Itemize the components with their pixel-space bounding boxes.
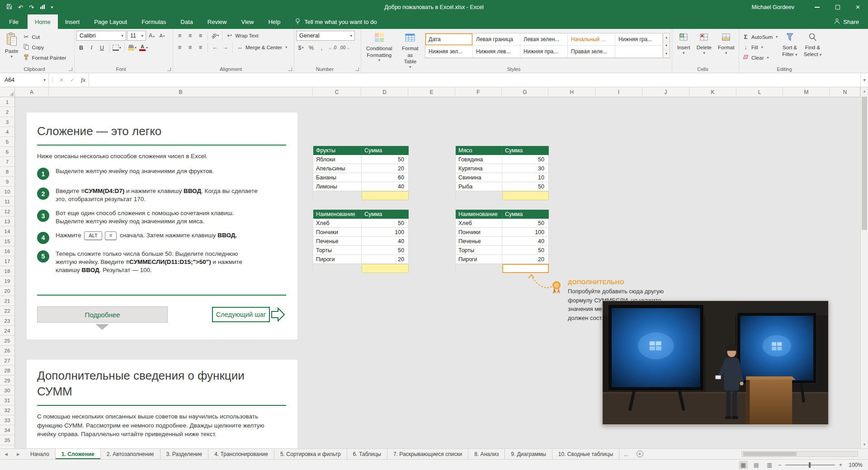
row-header-28[interactable]: 28 — [0, 366, 15, 376]
row-header-31[interactable]: 31 — [0, 395, 15, 405]
cell[interactable]: 40 — [362, 237, 409, 246]
undo-icon[interactable]: ↶ — [18, 5, 23, 10]
sum-answer-cell[interactable] — [362, 191, 409, 200]
cell[interactable]: 10 — [502, 173, 549, 182]
delete-cells-button[interactable]: Delete ▾ — [693, 31, 715, 56]
page-layout-view-button[interactable]: ▤ — [752, 461, 761, 469]
row-header-11[interactable]: 11 — [0, 197, 15, 207]
paste-button[interactable]: Paste ▾ — [2, 31, 21, 60]
horizontal-scrollbar-thumb[interactable] — [743, 452, 797, 456]
align-top-button[interactable]: ≡ — [175, 31, 184, 40]
cell[interactable]: Печенье — [456, 237, 502, 246]
borders-button[interactable]: ▾ — [112, 43, 122, 52]
expand-formula-bar-button[interactable]: ▾ — [860, 73, 868, 87]
italic-button[interactable]: I — [87, 43, 96, 52]
row-header-7[interactable]: 7 — [0, 157, 15, 167]
row-header-16[interactable]: 16 — [0, 246, 15, 256]
zoom-out-button[interactable]: − — [778, 462, 781, 468]
sheet-tabs-overflow[interactable]: ... — [619, 449, 633, 459]
zoom-slider-thumb[interactable] — [809, 462, 811, 468]
font-color-button[interactable]: A▾ — [138, 43, 149, 52]
cell[interactable]: 50 — [362, 219, 409, 228]
cell[interactable]: Печенье — [313, 237, 362, 246]
fill-color-button[interactable]: ▾ — [127, 43, 137, 52]
row-header-24[interactable]: 24 — [0, 326, 15, 336]
sheet-tab-spiski[interactable]: 7. Раскрывающиеся списки — [387, 449, 468, 459]
row-header-25[interactable]: 25 — [0, 336, 15, 346]
align-middle-button[interactable]: ≡ — [185, 31, 195, 40]
cell[interactable]: Пончики — [313, 228, 362, 237]
row-header-9[interactable]: 9 — [0, 177, 15, 187]
row-header-23[interactable]: 23 — [0, 316, 15, 326]
decrease-decimal-button[interactable]: .00→ — [338, 43, 351, 52]
font-family-select[interactable]: Calibri▾ — [76, 31, 126, 41]
name-box-caret[interactable]: ▾ — [41, 73, 49, 87]
cell[interactable]: 40 — [502, 237, 549, 246]
sheet-tab-razdelenie[interactable]: 3. Разделение — [160, 449, 209, 459]
wrap-text-button[interactable]: ↩Wrap Text — [225, 31, 259, 40]
name-box[interactable]: A64 — [0, 73, 41, 87]
next-step-button[interactable]: Следующий шаг — [212, 307, 270, 322]
formula-bar-handle[interactable]: ⋮ — [49, 73, 56, 87]
cell[interactable]: 20 — [362, 255, 409, 264]
cell[interactable]: 100 — [362, 228, 409, 237]
sheet-tab-sortirovka[interactable]: 5. Сортировка и фильтр — [274, 449, 347, 459]
cell[interactable]: Торты — [313, 246, 362, 255]
cell-style[interactable]: Правая зеле... — [568, 46, 615, 58]
cell-style[interactable]: Нижняя пра... — [520, 46, 568, 58]
alignment-dialog-launcher[interactable] — [288, 67, 292, 71]
row-header-15[interactable]: 15 — [0, 236, 15, 246]
accounting-format-button[interactable]: $▾ — [296, 43, 306, 52]
page-break-view-button[interactable]: ▥ — [765, 461, 774, 469]
gallery-down-button[interactable]: ▾ — [663, 42, 670, 50]
cell-style[interactable] — [615, 46, 663, 58]
horizontal-scrollbar[interactable] — [741, 451, 858, 457]
cancel-button[interactable]: ✕ — [56, 73, 67, 87]
sheet-tab-svodnye[interactable]: 10. Сводные таблицы — [552, 449, 619, 459]
column-header-F[interactable]: F — [455, 87, 502, 97]
row-header-30[interactable]: 30 — [0, 385, 15, 395]
bold-button[interactable]: B — [76, 43, 86, 52]
autosum-button[interactable]: ΣAutoSum▾ — [741, 32, 779, 42]
column-header-N[interactable]: N — [830, 87, 860, 97]
row-header-10[interactable]: 10 — [0, 187, 15, 197]
row-header-2[interactable]: 2 — [0, 107, 15, 117]
row-header-35[interactable]: 35 — [0, 435, 15, 445]
cell[interactable]: Пончики — [456, 228, 502, 237]
video-player[interactable] — [602, 301, 829, 425]
enter-button[interactable]: ✓ — [67, 73, 78, 87]
row-header-22[interactable]: 22 — [0, 306, 15, 316]
tab-page-layout[interactable]: Page Layout — [87, 14, 134, 29]
number-dialog-launcher[interactable] — [355, 67, 359, 71]
align-bottom-button[interactable]: ≡ — [196, 31, 205, 40]
align-center-button[interactable]: ≡ — [185, 42, 195, 52]
row-header-13[interactable]: 13 — [0, 216, 15, 226]
column-header-M[interactable]: M — [783, 87, 830, 97]
cell[interactable]: 50 — [502, 155, 549, 164]
cell[interactable]: Свинина — [456, 173, 502, 182]
increase-indent-button[interactable]: → — [221, 42, 230, 52]
tell-me-box[interactable]: Tell me what you want to do — [295, 14, 377, 29]
cell-style[interactable]: Начальный ... — [568, 33, 615, 46]
minimize-button[interactable] — [807, 0, 827, 14]
find-select-button[interactable]: Find & Select ▾ — [801, 31, 825, 59]
increase-font-size-button[interactable]: A▴ — [147, 31, 156, 41]
insert-cells-button[interactable]: Insert ▾ — [674, 31, 693, 56]
row-header-6[interactable]: 6 — [0, 147, 15, 157]
cell[interactable]: 20 — [502, 255, 549, 264]
font-size-select[interactable]: 11▾ — [127, 31, 146, 41]
cell[interactable]: 50 — [502, 219, 549, 228]
row-header-20[interactable]: 20 — [0, 286, 15, 296]
tab-data[interactable]: Data — [173, 14, 200, 29]
cell-style[interactable]: Левая зелен... — [520, 33, 568, 46]
comma-style-button[interactable]: , — [317, 43, 326, 52]
save-icon[interactable] — [6, 3, 12, 11]
sheet-tab-nachalo[interactable]: Начало — [24, 449, 56, 459]
chart-icon[interactable] — [40, 3, 45, 11]
align-right-button[interactable]: ≡ — [196, 42, 205, 52]
more-details-button[interactable]: Подробнее — [37, 306, 168, 323]
row-header-3[interactable]: 3 — [0, 117, 15, 127]
column-header-K[interactable]: K — [689, 87, 736, 97]
account-name[interactable]: Michael Gordeev — [752, 4, 795, 10]
cell-style-data[interactable]: Дата — [425, 33, 473, 46]
